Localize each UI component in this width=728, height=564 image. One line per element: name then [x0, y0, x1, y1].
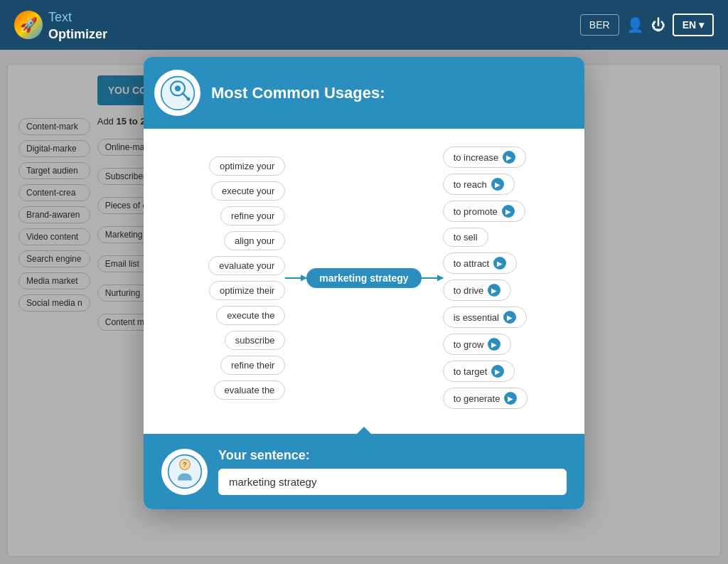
logo-text: Text Optimizer [48, 8, 107, 42]
right-pill-1[interactable]: to reach▶ [443, 174, 515, 195]
modal-dialog: Most Common Usages: optimize yourexecute… [144, 57, 584, 509]
modal-header: Most Common Usages: [144, 57, 584, 129]
member-button[interactable]: BER [580, 14, 619, 36]
center-pill-area: ▶ marketing strategy ▶ [285, 268, 442, 288]
logo-icon: 🚀 [14, 11, 43, 39]
modal-body: optimize yourexecute yourrefine youralig… [144, 129, 584, 434]
right-pill-3[interactable]: to sell [443, 228, 488, 247]
right-pill-8[interactable]: to target▶ [443, 361, 515, 382]
app-header: 🚀 Text Optimizer BER 👤 ⏻ EN ▾ [0, 0, 728, 50]
footer-label: Your sentence: [218, 448, 567, 463]
footer-content: Your sentence: [218, 448, 567, 495]
left-pill-2[interactable]: refine your [220, 206, 285, 225]
right-pills: to increase▶to reach▶to promote▶to sellt… [443, 147, 563, 409]
right-pill-7[interactable]: to grow▶ [443, 334, 512, 355]
left-pills: optimize yourexecute yourrefine youralig… [165, 156, 285, 400]
pills-layout: optimize yourexecute yourrefine youralig… [165, 147, 563, 409]
right-pill-2[interactable]: to promote▶ [443, 201, 525, 222]
left-pill-4[interactable]: evaluate your [208, 256, 285, 275]
left-pill-7[interactable]: subscribe [225, 331, 286, 350]
modal-title: Most Common Usages: [211, 84, 385, 102]
modal-footer: ? Your sentence: [144, 434, 584, 509]
left-pill-1[interactable]: execute your [211, 181, 285, 201]
svg-point-2 [174, 85, 180, 91]
sentence-input[interactable] [218, 469, 567, 495]
footer-icon: ? [161, 449, 208, 495]
power-icon[interactable]: ⏻ [651, 17, 665, 33]
header-right: BER 👤 ⏻ EN ▾ [580, 14, 714, 36]
right-pill-9[interactable]: to generate▶ [443, 388, 528, 409]
right-pill-6[interactable]: is essential▶ [443, 307, 527, 328]
language-button[interactable]: EN ▾ [673, 14, 714, 36]
svg-point-4 [186, 97, 190, 100]
left-pill-5[interactable]: optimize their [209, 281, 285, 300]
left-pill-6[interactable]: execute the [216, 306, 285, 325]
right-pill-5[interactable]: to drive▶ [443, 280, 512, 301]
center-active-pill[interactable]: marketing strategy [306, 268, 421, 288]
left-pill-8[interactable]: refine their [220, 356, 285, 375]
left-pill-9[interactable]: evaluate the [214, 381, 286, 400]
right-pill-0[interactable]: to increase▶ [443, 147, 527, 168]
modal-header-icon [154, 70, 200, 116]
logo-area: 🚀 Text Optimizer [14, 8, 107, 42]
right-pill-4[interactable]: to attract▶ [443, 252, 518, 274]
svg-text:?: ? [183, 461, 186, 468]
left-pill-3[interactable]: align your [224, 231, 285, 250]
left-pill-0[interactable]: optimize your [209, 156, 285, 176]
main-content: Content-markDigital-markeTarget audienCo… [0, 50, 728, 564]
user-icon[interactable]: 👤 [626, 16, 644, 33]
